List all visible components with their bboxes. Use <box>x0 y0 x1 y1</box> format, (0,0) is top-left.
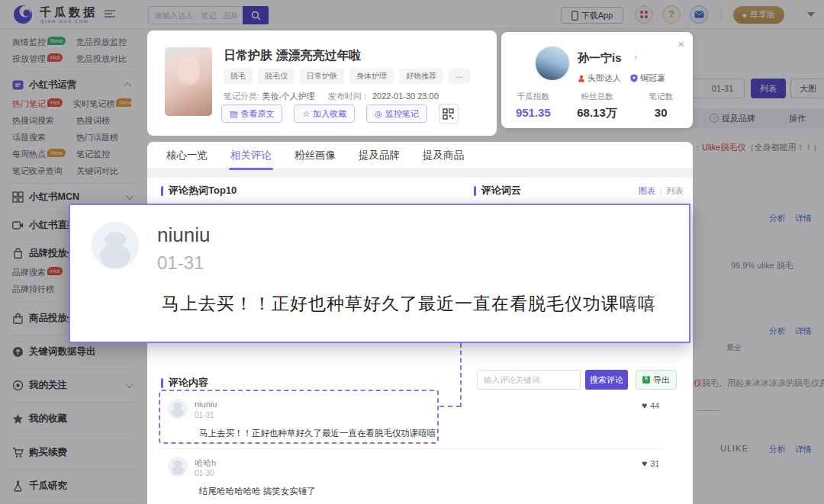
star-outline-icon: ☆ <box>302 109 310 119</box>
tab-related-comments[interactable]: 相关评论 <box>230 149 272 162</box>
comment-divider <box>160 448 664 449</box>
zoom-connector-horizontal <box>439 406 461 407</box>
tab-fan-portrait[interactable]: 粉丝画像 <box>295 149 336 162</box>
zoom-connector-vertical <box>460 343 462 407</box>
tab-mentioned-products[interactable]: 提及商品 <box>423 149 464 162</box>
more-tags-ellipsis[interactable]: … <box>449 69 470 84</box>
note-thumbnail[interactable] <box>165 47 212 116</box>
qr-code-icon <box>443 108 454 120</box>
stat-note-count: 笔记数 30 <box>629 91 693 120</box>
close-icon[interactable]: × <box>678 37 684 50</box>
export-button[interactable]: 导出 <box>636 370 677 390</box>
stat-total-fans: 粉丝总数 68.13万 <box>565 91 629 120</box>
list-toggle[interactable]: 列表 <box>667 185 684 197</box>
monitor-icon: ◎ <box>375 109 382 119</box>
note-meta: 笔记分类: 美妆-个人护理 发布时间： 2022-01-30 23:00 <box>224 91 449 102</box>
view-original-button[interactable]: ▤查看原文 <box>221 104 282 123</box>
category-label: 笔记分类: <box>224 91 259 101</box>
note-tags: 脱毛 脱毛仪 日常护肤 身体护理 好物推荐 … <box>224 69 470 84</box>
detail-tabs: 核心一览 相关评论 粉丝画像 提及品牌 提及商品 <box>147 142 693 169</box>
cloud-view-toggle: 图表 | 列表 <box>639 185 684 197</box>
comment-row[interactable]: 哈哈h 01-30 结尾哈哈哈哈哈 搞笑女实锤了 <box>168 457 656 496</box>
shield-icon <box>630 74 638 82</box>
top-influencer-badge: 头部达人 <box>578 72 621 84</box>
monitor-note-button[interactable]: ◎监控笔记 <box>366 104 427 123</box>
comment-text-large: 马上去买！！正好也种草好久了最近一直在看脱毛仪功课嘻嘻 <box>162 292 656 316</box>
influencer-card: × 孙一宁is 头部达人 铜冠薯 千瓜指数 951.35 粉丝总数 68.13万 <box>501 32 693 128</box>
qr-code-button[interactable] <box>439 104 459 124</box>
book-icon: ▤ <box>230 109 237 119</box>
heart-icon <box>642 401 650 410</box>
note-tag[interactable]: 身体护理 <box>349 69 394 84</box>
comment-keyword-input[interactable] <box>477 370 581 390</box>
note-info-card: 日常护肤 漂漂亮亮过年啦 脱毛 脱毛仪 日常护肤 身体护理 好物推荐 … 笔记分… <box>147 30 497 136</box>
commenter-avatar <box>168 457 188 477</box>
comment-highlight-box <box>159 390 439 444</box>
publish-time-label: 发布时间： <box>328 91 370 101</box>
qiangua-dashboard: 千瓜数据 QIAN·GUA.COM 下载App ? <box>0 0 824 504</box>
comment-content-section-title: 评论内容 <box>161 376 208 390</box>
stat-qiangua-index: 千瓜指数 951.35 <box>501 91 565 120</box>
heart-icon <box>642 459 650 468</box>
comment-likes: 44 <box>642 400 659 411</box>
commenter-avatar-large <box>92 222 139 269</box>
tab-core-overview[interactable]: 核心一览 <box>166 149 208 162</box>
search-comments-button[interactable]: 搜索评论 <box>585 370 628 390</box>
commenter-name: 哈哈h <box>195 457 216 469</box>
note-tag[interactable]: 脱毛仪 <box>258 69 295 84</box>
comment-likes: 31 <box>642 458 659 469</box>
influencer-name[interactable]: 孙一宁is <box>578 51 622 66</box>
note-title: 日常护肤 漂漂亮亮过年啦 <box>224 48 361 64</box>
commenter-name-large: niuniu <box>157 223 210 247</box>
section-separator <box>147 169 693 178</box>
excel-icon <box>642 376 650 384</box>
person-badge-icon <box>578 75 585 82</box>
chart-toggle[interactable]: 图表 <box>639 185 655 197</box>
category-value: 美妆-个人护理 <box>262 91 315 101</box>
influencer-stats: 千瓜指数 951.35 粉丝总数 68.13万 笔记数 30 <box>501 91 693 120</box>
tab-mentioned-brands[interactable]: 提及品牌 <box>359 149 400 162</box>
female-gender-icon <box>632 53 639 62</box>
publish-time-value: 2022-01-30 23:00 <box>372 91 439 101</box>
comment-date: 01-30 <box>195 469 214 477</box>
comment-date-large: 01-31 <box>157 252 204 274</box>
bronze-crown-badge: 铜冠薯 <box>630 72 665 84</box>
comment-text: 结尾哈哈哈哈哈 搞笑女实锤了 <box>199 486 316 497</box>
note-tag[interactable]: 日常护肤 <box>300 69 344 84</box>
note-tag[interactable]: 好物推荐 <box>399 69 443 84</box>
influencer-avatar[interactable] <box>535 46 570 81</box>
comment-zoom-overlay: niuniu 01-31 马上去买！！正好也种草好久了最近一直在看脱毛仪功课嘻嘻 <box>69 204 690 343</box>
word-cloud-section-title: 评论词云 <box>474 184 521 197</box>
add-favorite-button[interactable]: ☆加入收藏 <box>294 104 355 123</box>
hot-words-section-title: 评论热词Top10 <box>161 184 237 197</box>
note-tag[interactable]: 脱毛 <box>224 69 253 84</box>
